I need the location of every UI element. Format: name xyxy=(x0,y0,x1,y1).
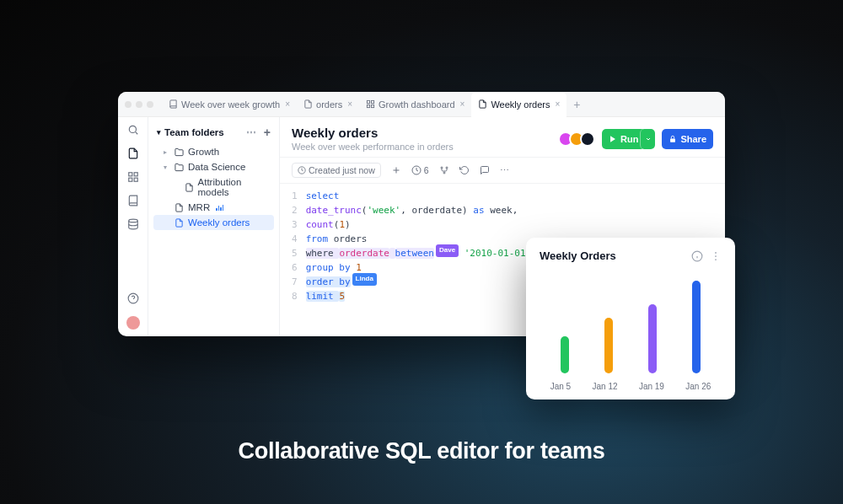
close-icon[interactable]: × xyxy=(556,99,561,109)
tab-3[interactable]: Weekly orders× xyxy=(471,92,566,117)
x-tick: Jan 19 xyxy=(639,382,664,391)
tab-0[interactable]: Week over week growth× xyxy=(162,92,297,117)
chevron-down-icon[interactable]: ▾ xyxy=(157,128,161,137)
x-tick: Jan 12 xyxy=(593,382,618,391)
svg-rect-14 xyxy=(671,138,676,142)
more-icon[interactable]: ⋯ xyxy=(500,165,510,175)
bar-0 xyxy=(561,336,569,373)
search-icon[interactable] xyxy=(127,124,139,136)
collaborator-avatars[interactable] xyxy=(558,131,595,147)
sidebar-item-mrr[interactable]: MRR xyxy=(153,200,274,215)
run-button[interactable]: Run xyxy=(602,129,645,149)
chart-title: Weekly Orders xyxy=(540,249,616,262)
x-axis: Jan 5Jan 12Jan 19Jan 26 xyxy=(540,373,722,391)
sidebar-item-weekly-orders[interactable]: Weekly orders xyxy=(153,215,274,230)
add-block-icon[interactable] xyxy=(391,165,401,175)
nav-rail xyxy=(118,117,148,336)
svg-rect-3 xyxy=(367,105,369,107)
svg-point-10 xyxy=(128,219,137,223)
kebab-icon[interactable] xyxy=(710,250,722,262)
traffic-min-icon[interactable] xyxy=(136,101,142,108)
dashboard-icon[interactable] xyxy=(127,171,139,183)
svg-rect-0 xyxy=(367,100,369,103)
x-tick: Jan 26 xyxy=(685,382,711,391)
svg-line-5 xyxy=(135,132,137,135)
tab-bar: Week over week growth×orders×Growth dash… xyxy=(118,92,725,117)
svg-point-19 xyxy=(441,167,443,169)
svg-rect-7 xyxy=(134,173,137,176)
branch-icon[interactable] xyxy=(439,165,449,175)
run-dropdown-button[interactable] xyxy=(640,129,655,149)
window-controls[interactable] xyxy=(125,101,153,108)
doc-toolbar: Created just now 6 ⋯ xyxy=(280,158,725,184)
undo-icon[interactable] xyxy=(459,165,470,175)
file-icon[interactable] xyxy=(127,147,139,159)
svg-marker-13 xyxy=(610,136,615,142)
book-icon[interactable] xyxy=(127,195,139,206)
comment-icon[interactable] xyxy=(480,165,490,175)
svg-rect-2 xyxy=(371,105,373,107)
history-count[interactable]: 6 xyxy=(411,165,429,175)
sidebar-item-attribution-models[interactable]: Attribution models xyxy=(153,174,274,200)
chart-card: Weekly Orders Jan 5Jan 12Jan 19Jan 26 xyxy=(526,238,735,399)
traffic-max-icon[interactable] xyxy=(147,101,153,108)
share-button[interactable]: Share xyxy=(662,129,713,149)
sidebar-add-button[interactable]: + xyxy=(264,126,271,139)
avatar[interactable] xyxy=(580,131,595,147)
bar-3 xyxy=(692,281,701,373)
collab-cursor-dave: Dave xyxy=(436,244,459,256)
user-avatar[interactable] xyxy=(126,316,140,330)
sidebar-item-data-science[interactable]: ▾Data Science xyxy=(153,159,274,174)
svg-point-27 xyxy=(715,259,717,260)
sidebar-header: Team folders xyxy=(164,127,224,137)
tab-2[interactable]: Growth dashboard× xyxy=(359,92,471,117)
bar-chart xyxy=(540,262,722,373)
audio-icon xyxy=(216,205,223,211)
sidebar-more-icon[interactable]: ⋯ xyxy=(246,126,257,138)
svg-point-25 xyxy=(715,252,717,254)
svg-point-26 xyxy=(715,255,717,257)
created-chip[interactable]: Created just now xyxy=(292,163,381,178)
doc-subtitle: Week over week performance in orders xyxy=(292,142,454,152)
sidebar: ▾ Team folders ⋯ + ▸Growth▾Data ScienceA… xyxy=(148,117,280,336)
svg-rect-6 xyxy=(128,173,132,176)
close-icon[interactable]: × xyxy=(460,99,465,109)
new-tab-button[interactable]: + xyxy=(566,98,587,111)
svg-point-4 xyxy=(129,126,136,132)
help-icon[interactable] xyxy=(127,292,139,304)
tab-1[interactable]: orders× xyxy=(297,92,359,117)
svg-rect-1 xyxy=(371,100,373,103)
x-tick: Jan 5 xyxy=(550,382,571,391)
svg-point-21 xyxy=(443,172,445,174)
bar-2 xyxy=(648,304,657,374)
database-icon[interactable] xyxy=(127,218,139,230)
svg-rect-9 xyxy=(128,178,132,181)
sidebar-item-growth[interactable]: ▸Growth xyxy=(153,144,274,159)
doc-title[interactable]: Weekly orders xyxy=(292,126,454,140)
collab-cursor-linda: Linda xyxy=(352,273,377,285)
info-icon[interactable] xyxy=(691,250,703,262)
close-icon[interactable]: × xyxy=(285,99,290,109)
svg-point-20 xyxy=(446,167,448,169)
traffic-close-icon[interactable] xyxy=(125,101,132,108)
svg-rect-8 xyxy=(134,178,137,181)
close-icon[interactable]: × xyxy=(347,99,352,109)
bar-1 xyxy=(604,318,613,373)
tagline: Collaborative SQL editor for teams xyxy=(0,438,843,464)
